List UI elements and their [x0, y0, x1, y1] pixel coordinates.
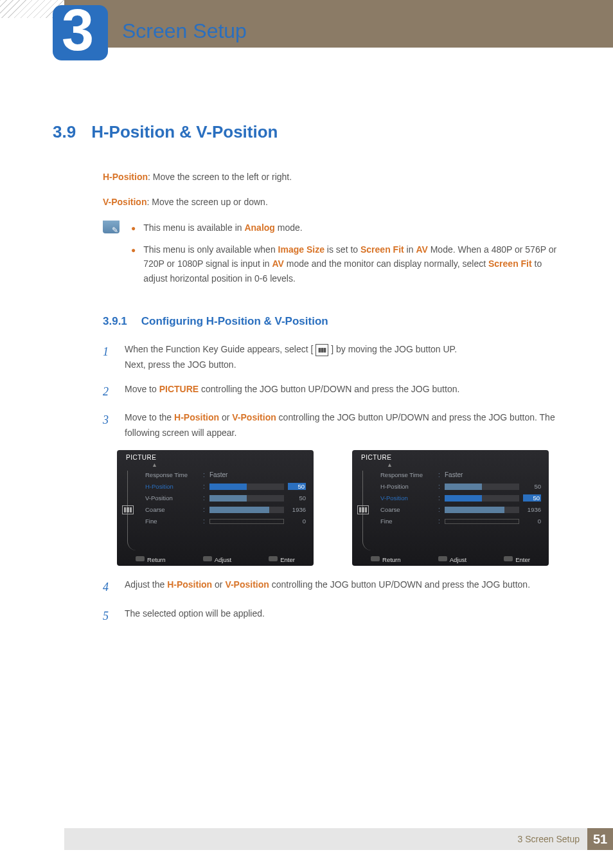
- osd-item-fine: Fine:0: [145, 516, 306, 527]
- hposition-label: H-Position: [103, 172, 148, 182]
- osd-adjust: Adjust: [203, 556, 231, 563]
- osd-item-fine: Fine:0: [380, 516, 541, 527]
- osd-item-coarse: Coarse:1936: [145, 504, 306, 516]
- section-title: H-Position & V-Position: [91, 122, 278, 142]
- subsection-number: 3.9.1: [103, 315, 127, 328]
- hposition-description: H-Position: Move the screen to the left …: [103, 170, 565, 184]
- bullet-icon: ●: [131, 242, 136, 285]
- menu-icon: ▮▮▮: [315, 344, 328, 356]
- step-5: 5 The selected option will be applied.: [103, 606, 565, 626]
- step-number: 4: [103, 577, 113, 597]
- osd-return: Return: [371, 556, 401, 563]
- picture-icon: [357, 505, 369, 514]
- chapter-number: 3: [62, 0, 94, 64]
- osd-item-hposition: H-Position:50: [380, 481, 541, 493]
- chapter-title: Screen Setup: [122, 19, 247, 43]
- subsection-title: Configuring H-Position & V-Position: [141, 315, 328, 328]
- step-number: 2: [103, 382, 113, 402]
- step-number: 1: [103, 342, 113, 373]
- osd-adjust: Adjust: [438, 556, 466, 563]
- osd-enter: Enter: [269, 556, 295, 563]
- step-number: 5: [103, 606, 113, 626]
- step-2: 2 Move to PICTURE controlling the JOG bu…: [103, 382, 565, 402]
- osd-title: PICTURE: [361, 454, 391, 461]
- osd-item-response-time: Response Time:Faster: [380, 469, 541, 481]
- step-1: 1 When the Function Key Guide appears, s…: [103, 342, 565, 373]
- step-4: 4 Adjust the H-Position or V-Position co…: [103, 577, 565, 597]
- note-block: ● This menu is available in Analog mode.…: [103, 221, 565, 292]
- note-icon: [103, 221, 120, 233]
- osd-item-vposition: V-Position:50: [145, 493, 306, 504]
- osd-enter: Enter: [504, 556, 530, 563]
- osd-title: PICTURE: [126, 454, 156, 461]
- step-3: 3 Move to the H-Position or V-Position c…: [103, 410, 565, 441]
- osd-footer: Return Adjust Enter: [117, 556, 314, 563]
- picture-icon: [122, 505, 134, 514]
- up-arrow-icon: ▲: [387, 462, 393, 468]
- note-bullet-2: ● This menu is only available when Image…: [131, 242, 565, 285]
- osd-item-vposition: V-Position:50: [380, 493, 541, 504]
- section-heading: 3.9 H-Position & V-Position: [53, 122, 567, 142]
- step-number: 3: [103, 410, 113, 441]
- page-footer: 3 Screen Setup 51: [64, 828, 613, 850]
- osd-footer: Return Adjust Enter: [352, 556, 549, 563]
- osd-return: Return: [136, 556, 166, 563]
- subsection-heading: 3.9.1 Configuring H-Position & V-Positio…: [103, 315, 567, 328]
- osd-item-coarse: Coarse:1936: [380, 504, 541, 516]
- osd-panel-hposition: PICTURE ▲ Response Time:Faster H-Positio…: [117, 450, 314, 566]
- osd-item-hposition: H-Position:50: [145, 481, 306, 493]
- section-number: 3.9: [53, 122, 76, 142]
- vposition-label: V-Position: [103, 197, 147, 207]
- bullet-icon: ●: [131, 221, 136, 236]
- page-number: 51: [587, 828, 613, 850]
- osd-panel-vposition: PICTURE ▲ Response Time:Faster H-Positio…: [352, 450, 549, 566]
- vposition-description: V-Position: Move the screen up or down.: [103, 195, 565, 209]
- footer-text: 3 Screen Setup: [517, 834, 580, 844]
- note-bullet-1: ● This menu is available in Analog mode.: [131, 221, 565, 236]
- osd-item-response-time: Response Time:Faster: [145, 469, 306, 481]
- up-arrow-icon: ▲: [152, 462, 157, 468]
